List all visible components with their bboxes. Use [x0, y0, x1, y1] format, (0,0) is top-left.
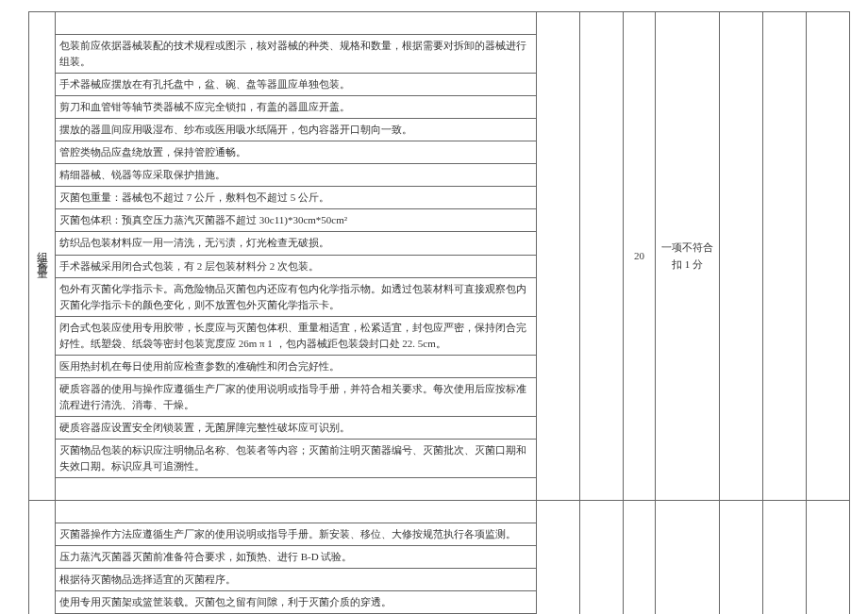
- pad-cell: [56, 501, 537, 523]
- tail-a: [720, 12, 763, 501]
- section-label: 组装质量: [29, 12, 56, 501]
- criteria-cell: 管腔类物品应盘绕放置，保持管腔通畅。: [56, 141, 537, 164]
- blank-a: [537, 501, 580, 614]
- tail-b: [763, 501, 807, 614]
- criteria-cell: 纺织品包装材料应一用一清洗，无污渍，灯光检查无破损。: [56, 232, 537, 255]
- criteria-cell: 手术器械采用闭合式包装，有 2 层包装材料分 2 次包装。: [56, 255, 537, 277]
- criteria-cell: 使用专用灭菌架或篮筐装载。灭菌包之留有间隙，利于灭菌介质的穿透。: [56, 591, 537, 614]
- tail-c: [807, 12, 850, 501]
- criteria-cell: 精细器械、锐器等应采取保护措施。: [56, 164, 537, 187]
- blank-b: [580, 501, 624, 614]
- criteria-cell: 灭菌物品包装的标识应注明物品名称、包装者等内容；灭菌前注明灭菌器编号、灭菌批次、…: [56, 439, 537, 477]
- section-label: 灭菌质量: [29, 501, 56, 614]
- criteria-cell: 剪刀和血管钳等轴节类器械不应完全锁扣，有盖的器皿应开盖。: [56, 96, 537, 119]
- criteria-cell: 包外有灭菌化学指示卡。高危险物品灭菌包内还应有包内化学指示物。如透过包装材料可直…: [56, 277, 537, 316]
- section-score: 10: [624, 501, 656, 614]
- tail-a: [720, 501, 763, 614]
- criteria-cell: 摆放的器皿间应用吸湿布、纱布或医用吸水纸隔开，包内容器开口朝向一致。: [56, 119, 537, 141]
- criteria-cell: 压力蒸汽灭菌器灭菌前准备符合要求，如预热、进行 B-D 试验。: [56, 546, 537, 569]
- criteria-cell: 手术器械应摆放在有孔托盘中，盆、碗、盘等器皿应单独包装。: [56, 74, 537, 96]
- criteria-cell: 包装前应依据器械装配的技术规程或图示，核对器械的种类、规格和数量，根据需要对拆卸…: [56, 35, 537, 74]
- section-rule: 一项不符合扣 1 分: [656, 12, 720, 501]
- blank-a: [537, 12, 580, 501]
- criteria-cell: 灭菌包体积：预真空压力蒸汽灭菌器不超过 30c11)*30cm*50cm²: [56, 209, 537, 232]
- criteria-cell: 硬质容器应设置安全闭锁装置，无菌屏障完整性破坏应可识别。: [56, 416, 537, 439]
- blank-b: [580, 12, 624, 501]
- criteria-cell: 灭菌包重量：器械包不超过 7 公斤，敷料包不超过 5 公斤。: [56, 187, 537, 209]
- tail-c: [807, 501, 850, 614]
- tail-b: [763, 12, 807, 501]
- criteria-cell: 灭菌器操作方法应遵循生产厂家的使用说明或指导手册。新安装、移位、大修按规范执行各…: [56, 523, 537, 546]
- pad-cell: [56, 478, 537, 501]
- section-rule: 一项不符合扣 1 分: [656, 501, 720, 614]
- section-score: 20: [624, 12, 656, 501]
- section-label-text: 组装质量: [33, 242, 51, 265]
- criteria-cell: 医用热封机在每日使用前应检查参数的准确性和闭合完好性。: [56, 355, 537, 377]
- pad-cell: [56, 12, 537, 35]
- criteria-cell: 根据待灭菌物品选择适宜的灭菌程序。: [56, 569, 537, 591]
- criteria-cell: 闭合式包装应使用专用胶带，长度应与灭菌包体积、重量相适宜，松紧适宜，封包应严密，…: [56, 316, 537, 355]
- criteria-cell: 硬质容器的使用与操作应遵循生产厂家的使用说明或指导手册，并符合相关要求。每次使用…: [56, 377, 537, 416]
- quality-table: 组装质量 20一项不符合扣 1 分包装前应依据器械装配的技术规程或图示，核对器械…: [28, 11, 850, 614]
- document-page: 组装质量 20一项不符合扣 1 分包装前应依据器械装配的技术规程或图示，核对器械…: [0, 0, 868, 614]
